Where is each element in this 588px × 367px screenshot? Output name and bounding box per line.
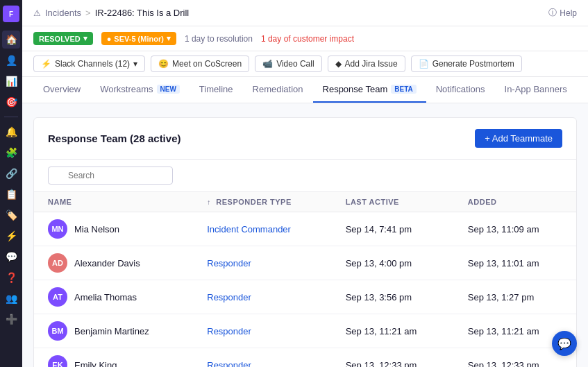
- search-input[interactable]: [48, 167, 173, 185]
- cell-last-active: Sep 13, 12:33 pm: [332, 348, 454, 368]
- statusbar: RESOLVED ▾ ● SEV-5 (Minor) ▾ 1 day to re…: [22, 26, 588, 51]
- table-row: BM Benjamin Martinez Responder Sep 13, 1…: [34, 314, 576, 348]
- tab-workstreams[interactable]: Workstreams NEW: [90, 77, 190, 103]
- sidebar: F 🏠 👤 📊 🎯 🔔 🧩 🔗 📋 🏷️ ⚡ 💬 ❓ 👥 ➕: [0, 0, 22, 367]
- sort-icon: ↑: [207, 198, 211, 206]
- responder-type-link[interactable]: Responder: [207, 292, 251, 302]
- cell-name: BM Benjamin Martinez: [34, 314, 193, 348]
- resolved-label: RESOLVED: [39, 35, 81, 43]
- sidebar-icon-tag[interactable]: 🏷️: [2, 206, 20, 224]
- breadcrumb-link[interactable]: Incidents: [45, 8, 81, 18]
- cell-last-active: Sep 13, 11:21 am: [332, 314, 454, 348]
- col-name: NAME: [34, 192, 193, 212]
- card-title: Response Team (28 active): [48, 133, 180, 144]
- postmortem-icon: 📄: [419, 59, 429, 69]
- search-inner: 🔍: [48, 167, 173, 185]
- tab-notifications[interactable]: Notifications: [426, 77, 495, 103]
- impact-text: 1 day of customer impact: [261, 34, 354, 44]
- resolved-badge[interactable]: RESOLVED ▾: [33, 32, 93, 45]
- sidebar-icon-puzzle[interactable]: 🧩: [2, 144, 20, 162]
- chat-widget[interactable]: 💬: [552, 331, 577, 356]
- postmortem-label: Generate Postmortem: [432, 59, 514, 69]
- tab-response-team[interactable]: Response Team BETA: [313, 77, 426, 103]
- add-teammate-button[interactable]: + Add Teammate: [475, 129, 562, 148]
- meet-button[interactable]: 😊 Meet on CoScreen: [151, 56, 249, 72]
- response-team-badge: BETA: [391, 85, 416, 94]
- tabs: Overview Workstreams NEW Timeline Remedi…: [22, 77, 588, 103]
- jira-button[interactable]: ◆ Add Jira Issue: [328, 56, 405, 72]
- help-label: Help: [560, 8, 577, 18]
- breadcrumb-icon: ⚠: [33, 8, 41, 18]
- video-label: Video Call: [276, 59, 314, 69]
- tab-overview[interactable]: Overview: [33, 77, 90, 103]
- video-icon: 📹: [262, 59, 273, 69]
- tab-inapp-banners[interactable]: In-App Banners: [495, 77, 577, 103]
- sidebar-icon-help[interactable]: ❓: [2, 268, 20, 287]
- cell-name: EK Emily King: [34, 348, 193, 368]
- sidebar-icon-chat[interactable]: 💬: [2, 248, 20, 266]
- sidebar-icon-link[interactable]: 🔗: [2, 164, 20, 182]
- postmortem-button[interactable]: 📄 Generate Postmortem: [411, 56, 522, 72]
- col-last-active: LAST ACTIVE: [332, 192, 454, 212]
- avatar: EK: [48, 355, 67, 367]
- responder-type-link[interactable]: Responder: [207, 360, 251, 368]
- sev-label: SEV-5 (Minor): [114, 35, 164, 43]
- table-row: MN Mia Nelson Incident Commander Sep 14,…: [34, 212, 576, 246]
- tab-remediation[interactable]: Remediation: [243, 77, 313, 103]
- sidebar-icon-chart[interactable]: 📊: [2, 72, 20, 90]
- sev-chevron: ▾: [167, 34, 171, 43]
- member-name: Amelia Thomas: [74, 292, 137, 302]
- cell-type: Responder: [193, 348, 331, 368]
- jira-icon: ◆: [335, 59, 342, 69]
- responder-type-link[interactable]: Responder: [207, 326, 251, 336]
- slack-button[interactable]: ⚡ Slack Channels (12) ▾: [33, 56, 145, 72]
- help-icon: ⓘ: [548, 7, 557, 19]
- avatar: MN: [48, 219, 67, 239]
- sidebar-icon-bell[interactable]: 🔔: [2, 123, 20, 141]
- slack-chevron: ▾: [133, 59, 137, 69]
- tab-timeline[interactable]: Timeline: [190, 77, 243, 103]
- jira-label: Add Jira Issue: [345, 59, 398, 69]
- members-table: NAME ↑ RESPONDER TYPE LAST ACTIVE ADDED …: [34, 192, 576, 367]
- breadcrumb-sep: >: [85, 8, 91, 18]
- meet-label: Meet on CoScreen: [172, 59, 242, 69]
- table-row: EK Emily King Responder Sep 13, 12:33 pm…: [34, 348, 576, 368]
- sev-badge[interactable]: ● SEV-5 (Minor) ▾: [101, 32, 176, 45]
- cell-type: Responder: [193, 314, 331, 348]
- cell-name: MN Mia Nelson: [34, 212, 193, 246]
- video-button[interactable]: 📹 Video Call: [255, 56, 321, 72]
- sidebar-icon-team[interactable]: 👥: [2, 289, 20, 307]
- col-responder-type[interactable]: ↑ RESPONDER TYPE: [193, 192, 331, 212]
- sidebar-divider: [4, 117, 18, 117]
- cell-last-active: Sep 14, 7:41 pm: [332, 212, 454, 246]
- topbar: ⚠ Incidents > IR-22486: This Is a Drill …: [22, 0, 588, 26]
- avatar: BM: [48, 321, 67, 341]
- sidebar-icon-home[interactable]: 🏠: [2, 31, 20, 49]
- slack-icon: ⚡: [41, 59, 51, 69]
- resolved-chevron: ▾: [83, 34, 87, 43]
- chat-icon: 💬: [557, 337, 571, 350]
- cell-added: Sep 13, 11:09 am: [454, 212, 576, 246]
- responder-type-link[interactable]: Incident Commander: [207, 224, 291, 234]
- sidebar-icon-list[interactable]: 📋: [2, 185, 20, 203]
- sidebar-icon-add[interactable]: ➕: [2, 310, 20, 328]
- sidebar-icon-bolt[interactable]: ⚡: [2, 227, 20, 245]
- logo: F: [3, 6, 19, 22]
- help-button[interactable]: ⓘ Help: [548, 7, 577, 19]
- response-team-card: Response Team (28 active) + Add Teammate…: [33, 117, 577, 367]
- sidebar-icon-user[interactable]: 👤: [2, 51, 20, 69]
- search-wrapper: 🔍: [34, 160, 576, 192]
- col-added: ADDED: [454, 192, 576, 212]
- member-name: Mia Nelson: [74, 224, 119, 234]
- cell-type: Responder: [193, 280, 331, 314]
- cell-added: Sep 13, 11:01 am: [454, 246, 576, 280]
- content-area: Response Team (28 active) + Add Teammate…: [22, 103, 588, 367]
- cell-added: Sep 13, 1:27 pm: [454, 280, 576, 314]
- sidebar-icon-target[interactable]: 🎯: [2, 93, 20, 111]
- main-content: ⚠ Incidents > IR-22486: This Is a Drill …: [22, 0, 588, 367]
- cell-name: AT Amelia Thomas: [34, 280, 193, 314]
- responder-type-link[interactable]: Responder: [207, 258, 251, 268]
- cell-last-active: Sep 13, 4:00 pm: [332, 246, 454, 280]
- avatar: AD: [48, 253, 67, 273]
- cell-name: AD Alexander Davis: [34, 246, 193, 280]
